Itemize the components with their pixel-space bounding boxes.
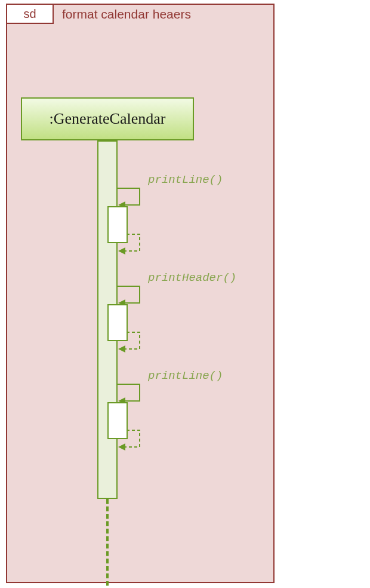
frame-tab-label: sd [23, 7, 36, 21]
lifeline-dashed [106, 499, 109, 586]
activation-2 [107, 304, 128, 341]
message-printline-1: printLine() [148, 173, 223, 186]
svg-marker-3 [118, 345, 125, 353]
message-printline-2: printLine() [148, 369, 223, 382]
svg-marker-5 [118, 443, 125, 451]
participant-generate-calendar: :GenerateCalendar [21, 97, 194, 140]
frame-tab: sd [6, 4, 54, 24]
activation-1 [107, 206, 128, 243]
participant-label: :GenerateCalendar [50, 110, 166, 128]
sequence-frame: sd format calendar heaers :GenerateCalen… [6, 4, 275, 583]
message-printheader: printHeader() [148, 271, 236, 284]
svg-marker-1 [118, 247, 125, 255]
activation-3 [107, 402, 128, 439]
frame-title: format calendar heaers [62, 7, 191, 22]
